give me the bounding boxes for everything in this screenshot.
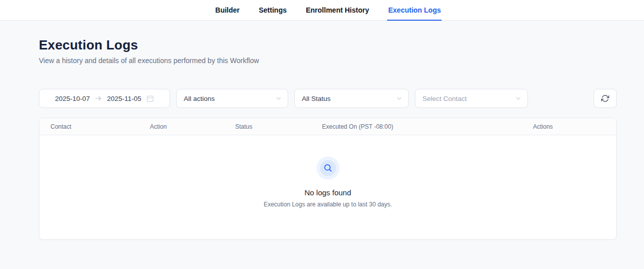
actions-filter-select[interactable]: All actions [176,89,288,108]
execution-logs-page: Execution Logs View a history and detail… [0,21,644,240]
empty-state-halo-inner [320,160,336,176]
chevron-down-icon [515,95,521,101]
tab-execution-logs[interactable]: Execution Logs [387,0,442,21]
date-end[interactable]: 2025-11-05 [107,95,141,102]
workflow-top-nav: Builder Settings Enrollment History Exec… [0,0,644,21]
date-start[interactable]: 2025-10-07 [55,95,90,102]
page-title: Execution Logs [39,37,617,53]
column-header-action: Action [150,123,235,130]
contact-filter-select[interactable]: Select Contact [415,89,528,108]
empty-state-caption: Execution Logs are available up to last … [263,201,392,208]
date-range-picker[interactable]: 2025-10-07 2025-11-05 [39,89,170,108]
logs-table-card: Contact Action Status Executed On (PST -… [39,118,617,240]
arrow-right-icon [95,95,102,102]
contact-filter-placeholder: Select Contact [422,95,467,102]
chevron-down-icon [396,95,402,101]
empty-state-halo [316,156,340,180]
status-filter-select[interactable]: All Status [294,89,409,108]
tab-builder[interactable]: Builder [214,0,241,21]
empty-state: No logs found Execution Logs are availab… [39,135,616,240]
calendar-icon [146,95,154,102]
status-filter-value: All Status [302,95,331,102]
empty-state-title: No logs found [304,188,351,197]
column-header-status: Status [235,123,322,130]
refresh-icon [601,94,609,102]
page-subtitle: View a history and details of all execut… [39,57,617,65]
filter-bar: 2025-10-07 2025-11-05 All actions [39,89,617,108]
refresh-button[interactable] [594,89,617,108]
chevron-down-icon [276,95,282,101]
search-icon [323,163,333,173]
logs-table-header: Contact Action Status Executed On (PST -… [39,118,616,135]
actions-filter-value: All actions [184,95,215,102]
column-header-actions: Actions [533,123,616,130]
column-header-executed-on: Executed On (PST -08:00) [322,123,533,130]
tab-settings[interactable]: Settings [258,0,288,21]
column-header-contact: Contact [39,123,150,130]
tab-enrollment-history[interactable]: Enrollment History [305,0,370,21]
